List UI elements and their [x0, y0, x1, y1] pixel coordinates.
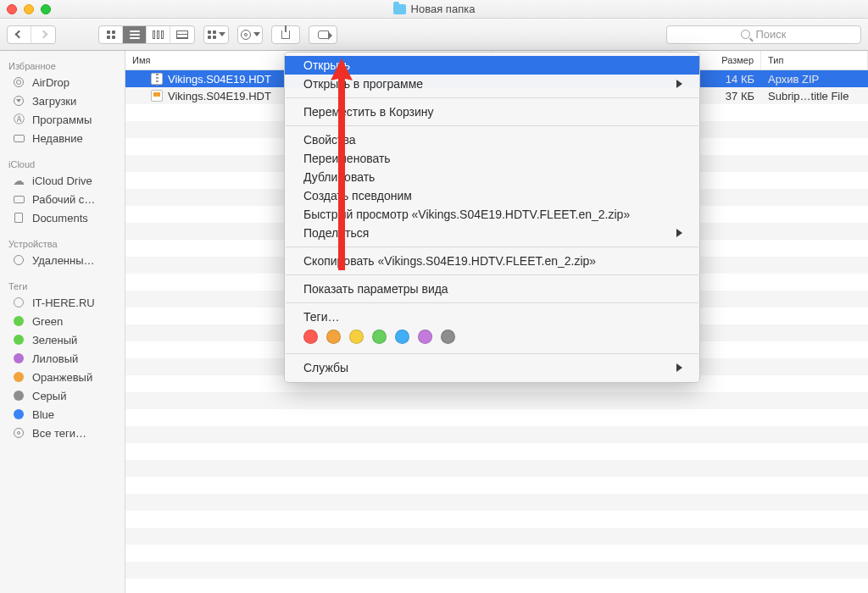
- toolbar: Поиск: [0, 19, 868, 51]
- nav-back-forward: [7, 25, 56, 44]
- menu-separator: [286, 302, 698, 303]
- view-icons-button[interactable]: [99, 26, 123, 43]
- desktop-icon: [12, 192, 25, 206]
- sidebar: Избранное AirDrop Загрузки Ⓐ Программы Н…: [0, 51, 125, 593]
- sidebar-item-downloads[interactable]: Загрузки: [0, 91, 125, 110]
- file-name: Vikings.S04E19.HDT: [168, 90, 271, 103]
- view-mode-segment: [98, 25, 195, 44]
- tag-color-icon: [12, 370, 25, 384]
- back-button[interactable]: [8, 26, 31, 43]
- file-kind: Архив ZIP: [761, 70, 868, 87]
- cloud-icon: ☁: [12, 174, 25, 187]
- menu-item[interactable]: Теги…: [285, 308, 699, 326]
- submenu-arrow-icon: [676, 80, 682, 88]
- tag-color-icon: [12, 333, 25, 346]
- sidebar-item-desktop[interactable]: Рабочий с…: [0, 190, 125, 208]
- sidebar-tag-item[interactable]: IT-HERE.RU: [0, 293, 125, 312]
- arrange-segment: [203, 25, 229, 44]
- forward-button[interactable]: [31, 26, 55, 43]
- sidebar-heading-tags: Теги: [0, 269, 125, 293]
- share-button[interactable]: [271, 25, 300, 44]
- sidebar-tag-item[interactable]: Blue: [0, 405, 125, 424]
- view-columns-button[interactable]: [147, 26, 170, 43]
- view-gallery-button[interactable]: [170, 26, 194, 43]
- sidebar-tag-item[interactable]: Лиловый: [0, 349, 125, 368]
- sidebar-tag-item[interactable]: Оранжевый: [0, 368, 125, 386]
- menu-tag-color[interactable]: [349, 330, 364, 344]
- sidebar-item-recents[interactable]: Недавние: [0, 129, 125, 147]
- file-name: Vikings.S04E19.HDT: [168, 73, 271, 86]
- menu-item[interactable]: Поделиться: [285, 224, 699, 242]
- menu-separator: [286, 353, 698, 354]
- sidebar-heading-favorites: Избранное: [0, 56, 125, 73]
- tag-color-icon: [12, 352, 25, 365]
- menu-separator: [286, 274, 698, 275]
- tag-color-icon: [12, 426, 25, 440]
- disc-icon: [12, 253, 25, 267]
- search-icon: [741, 30, 750, 39]
- downloads-icon: [12, 94, 25, 108]
- action-button[interactable]: [238, 26, 262, 43]
- sidebar-tag-item[interactable]: Green: [0, 312, 125, 330]
- context-menu: ОткрытьОткрыть в программеПереместить в …: [284, 52, 700, 383]
- menu-item[interactable]: Открыть в программе: [285, 75, 699, 93]
- sidebar-tag-item[interactable]: Зеленый: [0, 330, 125, 349]
- recents-icon: [12, 131, 25, 145]
- menu-item[interactable]: Дублировать: [285, 168, 699, 186]
- menu-item[interactable]: Службы: [285, 358, 699, 377]
- file-kind: Subrip…title File: [761, 87, 868, 104]
- menu-item[interactable]: Показать параметры вида: [285, 280, 699, 298]
- airdrop-icon: [12, 75, 25, 89]
- file-list-area: Имя Дата изменения Размер Тип Vikings.S0…: [125, 51, 868, 593]
- window-title: Новая папка: [411, 3, 476, 15]
- menu-tag-color[interactable]: [303, 330, 318, 344]
- action-segment: [237, 25, 263, 44]
- menu-tag-color[interactable]: [441, 330, 455, 344]
- menu-item[interactable]: Переместить в Корзину: [285, 103, 699, 121]
- menu-item[interactable]: Скопировать «Vikings.S04E19.HDTV.FLEET.e…: [285, 252, 699, 270]
- documents-icon: [12, 211, 25, 224]
- menu-separator: [286, 125, 698, 126]
- folder-icon: [393, 4, 406, 14]
- window-minimize-button[interactable]: [24, 4, 34, 14]
- menu-item[interactable]: Свойства: [285, 130, 699, 149]
- sidebar-item-applications[interactable]: Ⓐ Программы: [0, 110, 125, 129]
- menu-separator: [286, 97, 698, 98]
- sidebar-tag-item[interactable]: Все теги…: [0, 424, 125, 442]
- sidebar-heading-devices: Устройства: [0, 227, 125, 251]
- tag-color-icon: [12, 389, 25, 402]
- submenu-arrow-icon: [676, 229, 682, 237]
- submenu-arrow-icon: [676, 363, 682, 372]
- sidebar-item-documents[interactable]: Documents: [0, 208, 125, 227]
- file-icon: [151, 73, 163, 85]
- menu-item[interactable]: Открыть: [285, 56, 699, 75]
- column-header-kind[interactable]: Тип: [761, 51, 868, 69]
- menu-tag-colors-row: [285, 326, 699, 349]
- menu-tag-color[interactable]: [372, 330, 387, 344]
- tag-color-icon: [12, 314, 25, 328]
- sidebar-heading-icloud: iCloud: [0, 147, 125, 171]
- window-maximize-button[interactable]: [41, 4, 51, 14]
- tags-button[interactable]: [309, 25, 337, 44]
- search-field[interactable]: Поиск: [666, 25, 861, 44]
- menu-separator: [286, 247, 698, 247]
- window-close-button[interactable]: [7, 4, 17, 14]
- tag-color-icon: [12, 296, 25, 309]
- menu-tag-color[interactable]: [395, 330, 409, 344]
- arrange-button[interactable]: [204, 26, 228, 43]
- apps-icon: Ⓐ: [12, 113, 25, 126]
- search-placeholder: Поиск: [755, 28, 786, 41]
- sidebar-item-airdrop[interactable]: AirDrop: [0, 73, 125, 91]
- sidebar-item-remote-disc[interactable]: Удаленны…: [0, 251, 125, 269]
- window-titlebar: Новая папка: [0, 0, 868, 19]
- menu-tag-color[interactable]: [418, 330, 432, 344]
- tag-color-icon: [12, 407, 25, 421]
- view-list-button[interactable]: [123, 26, 147, 43]
- sidebar-item-icloud-drive[interactable]: ☁ iCloud Drive: [0, 171, 125, 190]
- menu-item[interactable]: Создать псевдоним: [285, 186, 699, 205]
- file-icon: [151, 90, 163, 102]
- menu-item[interactable]: Быстрый просмотр «Vikings.S04E19.HDTV.FL…: [285, 205, 699, 224]
- sidebar-tag-item[interactable]: Серый: [0, 386, 125, 405]
- menu-item[interactable]: Переименовать: [285, 149, 699, 168]
- menu-tag-color[interactable]: [326, 330, 341, 344]
